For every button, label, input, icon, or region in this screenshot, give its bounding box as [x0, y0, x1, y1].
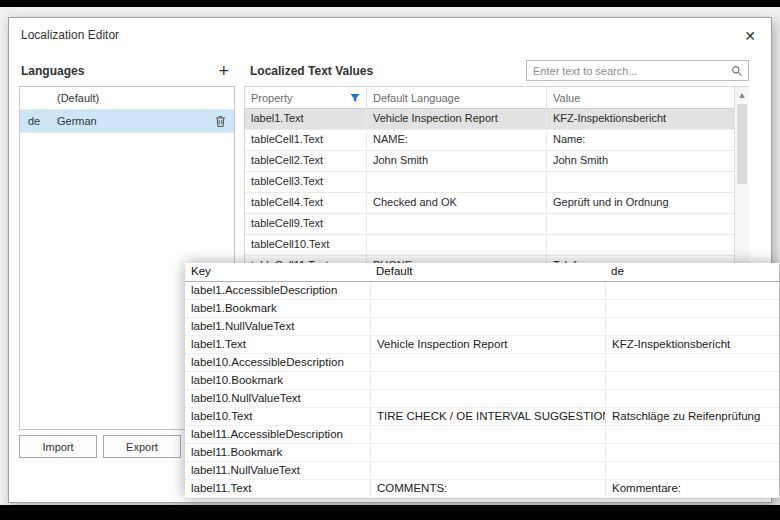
language-name: (Default) [57, 92, 226, 104]
sheet-cell-key: label1.NullValueText [185, 318, 370, 336]
grid-body: label1.Text Vehicle Inspection Report KF… [245, 109, 734, 277]
sheet-cell-default [370, 318, 605, 336]
top-black-bar [0, 0, 780, 7]
sheet-cell-de [605, 300, 779, 318]
grid-row[interactable]: label1.Text Vehicle Inspection Report KF… [245, 109, 734, 130]
grid-row[interactable]: tableCell3.Text [245, 172, 734, 193]
sheet-cell-de: KFZ-Inspektionsbericht [605, 336, 779, 354]
cell-value: KFZ-Inspektionsbericht [547, 109, 734, 130]
sheet-cell-default [370, 444, 605, 462]
sheet-cell-key: label10.NullValueText [185, 390, 370, 408]
sheet-cell-default [370, 282, 605, 300]
cell-value: John Smith [547, 151, 734, 172]
titlebar: Localization Editor ✕ [9, 18, 771, 50]
sheet-cell-de [605, 390, 779, 408]
sheet-cell-de [605, 282, 779, 300]
desktop-background: Localization Editor ✕ Languages + (Defau… [0, 0, 780, 520]
sheet-cell-key: label11.AccessibleDescription [185, 426, 370, 444]
cell-property: tableCell2.Text [245, 151, 367, 172]
grid-row[interactable]: tableCell2.Text John Smith John Smith [245, 151, 734, 172]
sheet-cell-key: label11.NullValueText [185, 462, 370, 480]
sheet-cell-de: Ratschläge zu Reifenprüfung [605, 408, 779, 426]
languages-title: Languages [21, 64, 84, 78]
column-header-default-language-label: Default Language [373, 92, 460, 104]
grid-row[interactable]: tableCell1.Text NAME: Name: [245, 130, 734, 151]
sheet-cell-default: Vehicle Inspection Report [370, 336, 605, 354]
bottom-black-bar [0, 505, 780, 520]
window-title: Localization Editor [21, 28, 119, 42]
sheet-cell-de [605, 318, 779, 336]
cell-value [547, 235, 734, 256]
values-panel-title: Localized Text Values [250, 64, 373, 78]
sheet-cell-key: label11.Bookmark [185, 444, 370, 462]
sheet-cell-default [370, 300, 605, 318]
cell-property: tableCell3.Text [245, 172, 367, 193]
sheet-row: label1.Bookmark [185, 300, 779, 318]
sheet-body: label1.AccessibleDescription label1.Book… [185, 282, 779, 498]
cell-property: tableCell10.Text [245, 235, 367, 256]
cell-property: tableCell4.Text [245, 193, 367, 214]
sheet-row: label10.AccessibleDescription [185, 354, 779, 372]
sheet-cell-key: label1.Bookmark [185, 300, 370, 318]
cell-property: tableCell1.Text [245, 130, 367, 151]
cell-default-language: John Smith [367, 151, 547, 172]
sheet-row: label1.AccessibleDescription [185, 282, 779, 300]
sheet-cell-default [370, 372, 605, 390]
scroll-up-arrow[interactable] [735, 87, 749, 103]
sheet-cell-de [605, 372, 779, 390]
sheet-cell-default: TIRE CHECK / OE INTERVAL SUGGESTIONS [370, 408, 605, 426]
sheet-column-de: de [605, 263, 779, 281]
grid-header-row: Property Default Language Value [245, 87, 734, 109]
column-header-value[interactable]: Value [547, 87, 734, 108]
cell-property: label1.Text [245, 109, 367, 130]
language-list-item[interactable]: (Default) [20, 87, 234, 110]
cell-value: Name: [547, 130, 734, 151]
column-header-default-language[interactable]: Default Language [367, 87, 547, 108]
sheet-row: label10.NullValueText [185, 390, 779, 408]
sheet-row: label10.Bookmark [185, 372, 779, 390]
search-icon[interactable] [731, 65, 743, 77]
export-button[interactable]: Export [103, 435, 181, 458]
sheet-row: label10.Text TIRE CHECK / OE INTERVAL SU… [185, 408, 779, 426]
sheet-cell-key: label11.Text [185, 480, 370, 498]
scroll-thumb[interactable] [737, 104, 747, 184]
sheet-row: label11.AccessibleDescription [185, 426, 779, 444]
close-button[interactable]: ✕ [739, 25, 761, 47]
languages-footer: Import Export [19, 435, 181, 458]
sheet-cell-key: label10.Text [185, 408, 370, 426]
grid-row[interactable]: tableCell9.Text [245, 214, 734, 235]
sheet-cell-default [370, 462, 605, 480]
sheet-cell-default [370, 426, 605, 444]
search-input[interactable] [533, 65, 731, 77]
sheet-row: label11.NullValueText [185, 462, 779, 480]
grid-row[interactable]: tableCell10.Text [245, 235, 734, 256]
sheet-cell-de [605, 462, 779, 480]
resource-sheet: Key Default de label1.AccessibleDescript… [185, 263, 779, 498]
cell-default-language: Vehicle Inspection Report [367, 109, 547, 130]
cell-value [547, 214, 734, 235]
cell-default-language: NAME: [367, 130, 547, 151]
import-button[interactable]: Import [19, 435, 97, 458]
delete-language-icon[interactable] [215, 115, 226, 128]
grid-header-wrap: Property Default Language Value [245, 87, 734, 109]
sheet-cell-de [605, 426, 779, 444]
sheet-row: label11.Bookmark [185, 444, 779, 462]
cell-value: Geprüft und in Ordnung [547, 193, 734, 214]
add-language-button[interactable]: + [214, 62, 233, 80]
sheet-cell-key: label10.Bookmark [185, 372, 370, 390]
language-code: de [28, 115, 57, 127]
sheet-cell-default [370, 354, 605, 372]
cell-property: tableCell9.Text [245, 214, 367, 235]
filter-icon[interactable] [350, 93, 360, 103]
language-list-item[interactable]: de German [20, 110, 234, 133]
column-header-property[interactable]: Property [245, 87, 367, 108]
cell-default-language [367, 235, 547, 256]
sheet-cell-key: label10.AccessibleDescription [185, 354, 370, 372]
languages-header: Languages + [19, 58, 235, 84]
sheet-row: label1.Text Vehicle Inspection Report KF… [185, 336, 779, 354]
grid-row[interactable]: tableCell4.Text Checked and OK Geprüft u… [245, 193, 734, 214]
cell-value [547, 172, 734, 193]
sheet-cell-default [370, 390, 605, 408]
cell-default-language [367, 172, 547, 193]
sheet-cell-key: label1.AccessibleDescription [185, 282, 370, 300]
